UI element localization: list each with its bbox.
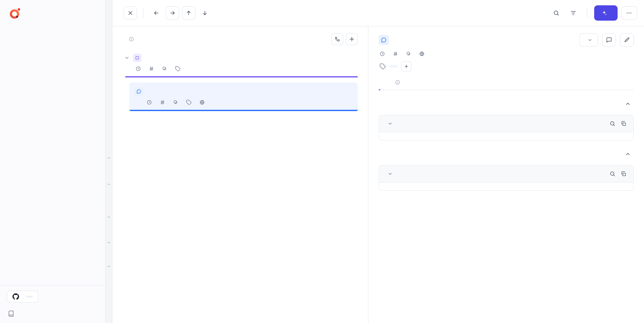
info-icon xyxy=(129,36,134,42)
focus-selected-button[interactable] xyxy=(346,33,358,45)
panel-resize-handle[interactable] xyxy=(106,0,112,323)
globe-icon xyxy=(419,51,425,57)
tag-count-chip xyxy=(175,66,183,71)
search-in-input-button[interactable] xyxy=(607,118,618,129)
arrow-up-icon xyxy=(186,10,192,16)
trace-row-span-selected[interactable] xyxy=(130,82,358,111)
tag-icon xyxy=(380,63,386,70)
copy-output-button[interactable] xyxy=(618,168,629,179)
close-icon xyxy=(127,10,134,16)
filter-icon xyxy=(570,10,576,16)
input-code-block xyxy=(379,115,634,140)
top-toolbar xyxy=(112,0,644,26)
arrow-down-icon xyxy=(202,10,208,16)
tree-view-button[interactable] xyxy=(331,33,343,45)
input-output-body xyxy=(379,90,634,323)
search-icon xyxy=(610,121,616,127)
sidebar-nav xyxy=(0,25,105,285)
chevron-up-icon xyxy=(625,101,631,107)
copy-icon xyxy=(620,121,626,127)
copy-input-button[interactable] xyxy=(618,118,629,129)
tag-bedrock[interactable] xyxy=(389,65,398,68)
hash-icon xyxy=(149,66,154,71)
book-icon xyxy=(8,310,14,317)
tab-input-output[interactable] xyxy=(379,80,380,90)
span-duration-bar xyxy=(130,110,358,111)
add-tag-button[interactable] xyxy=(401,61,412,71)
opik-app xyxy=(0,0,644,323)
github-star-button[interactable] xyxy=(7,291,38,303)
cost-chip xyxy=(173,100,180,105)
next-trace-button[interactable] xyxy=(166,6,179,20)
duration-chip xyxy=(380,51,387,57)
resize-dash xyxy=(107,266,110,267)
opik-logo[interactable] xyxy=(0,0,105,25)
comment-button[interactable] xyxy=(602,33,616,47)
coins-icon xyxy=(406,51,412,57)
span-detail-panel xyxy=(368,26,644,323)
output-format-select[interactable] xyxy=(385,171,393,176)
filter-button[interactable] xyxy=(566,6,580,20)
cost-chip xyxy=(162,66,170,71)
llm-span-icon xyxy=(134,87,143,96)
clock-icon xyxy=(380,51,385,57)
clock-icon xyxy=(136,66,141,71)
star-count-badge xyxy=(26,296,33,298)
detail-tabs xyxy=(379,80,634,90)
input-format-select[interactable] xyxy=(385,121,393,126)
cost-chip xyxy=(406,51,414,57)
collapse-input-button[interactable] xyxy=(622,98,634,110)
hash-icon xyxy=(160,100,165,105)
pencil-icon xyxy=(624,37,630,43)
search-in-output-button[interactable] xyxy=(607,168,618,179)
chevron-up-icon xyxy=(625,151,631,157)
parent-span-button[interactable] xyxy=(182,6,196,20)
resize-dash xyxy=(107,157,110,158)
chevron-down-icon[interactable] xyxy=(124,55,130,60)
child-span-button[interactable] xyxy=(198,6,212,20)
toolbar-divider xyxy=(143,8,144,18)
prev-trace-button[interactable] xyxy=(150,6,163,20)
trace-rows xyxy=(124,52,358,323)
github-icon xyxy=(12,293,19,300)
add-to-button[interactable] xyxy=(579,33,598,47)
chevron-down-icon xyxy=(587,37,592,42)
sparkles-icon xyxy=(601,10,607,16)
resize-dash xyxy=(107,242,110,243)
tokens-chip xyxy=(149,66,156,71)
toolbar-divider xyxy=(587,8,587,18)
duration-chip xyxy=(146,100,154,105)
model-chip xyxy=(419,51,427,57)
tab-feedback-scores[interactable] xyxy=(392,80,401,90)
output-code-block xyxy=(379,165,634,191)
chevron-down-icon xyxy=(388,121,393,126)
resize-dash xyxy=(107,184,110,185)
message-square-icon xyxy=(606,37,612,43)
more-options-button[interactable] xyxy=(621,6,637,20)
trace-duration-bar xyxy=(125,76,358,77)
collapse-output-button[interactable] xyxy=(622,148,634,160)
info-icon xyxy=(395,80,400,85)
debug-with-ai-button[interactable] xyxy=(594,5,618,21)
globe-icon xyxy=(199,100,205,105)
resize-dash xyxy=(107,217,110,218)
span-meta-row xyxy=(380,51,634,57)
content-area xyxy=(112,26,644,323)
search-button[interactable] xyxy=(550,6,563,20)
copy-icon xyxy=(620,171,626,177)
opik-logo-icon xyxy=(8,7,21,19)
trace-type-icon xyxy=(133,54,142,62)
arrow-right-icon xyxy=(169,10,176,16)
trace-row-root[interactable] xyxy=(124,52,358,77)
duration-chip xyxy=(136,66,143,71)
close-button[interactable] xyxy=(124,6,137,20)
llm-span-icon xyxy=(379,35,389,45)
sidebar-item-documentation[interactable] xyxy=(7,307,98,321)
chevron-down-icon xyxy=(388,171,393,176)
tokens-chip xyxy=(160,100,168,105)
search-icon xyxy=(610,171,616,177)
tab-metadata[interactable] xyxy=(412,80,414,90)
plus-icon xyxy=(404,64,409,69)
model-chip xyxy=(199,100,207,105)
edit-button[interactable] xyxy=(620,33,634,47)
